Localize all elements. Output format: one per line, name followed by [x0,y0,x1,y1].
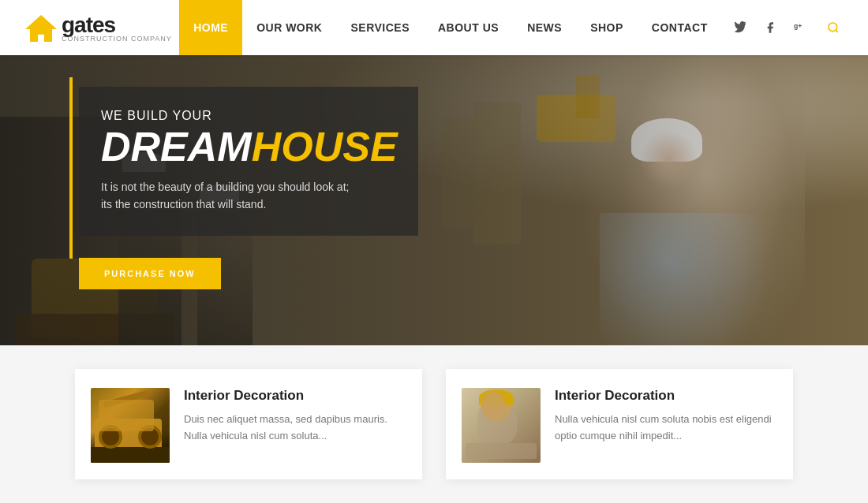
hero-title-yellow: HOUSE [252,124,398,170]
logo[interactable]: gates Construction Company [24,12,172,43]
header: gates Construction Company Home Our Work… [0,0,868,55]
svg-point-3 [829,23,837,32]
card-2-text: Nulla vehicula nisl cum soluta nobis est… [555,412,777,445]
googleplus-icon[interactable]: g+ [789,17,811,39]
hero-section: We Build Your DREAMHOUSE It is not the b… [0,55,868,353]
card-2-body: Interior Decoration Nulla vehicula nisl … [555,388,777,445]
hero-title-white: DREAM [101,124,252,170]
nav-our-work[interactable]: Our Work [242,0,336,55]
search-icon[interactable] [822,17,844,39]
hero-content: We Build Your DREAMHOUSE It is not the b… [79,87,418,289]
svg-text:g+: g+ [794,22,802,30]
nav-home[interactable]: Home [179,0,242,55]
hero-accent-border [69,77,73,259]
card-1-title: Interior Decoration [184,388,406,404]
hero-subtitle: It is not the beauty of a building you s… [101,178,390,214]
card-1: Interior Decoration Duis nec aliquet mas… [75,369,422,479]
svg-line-4 [836,30,838,32]
twitter-icon[interactable] [729,17,751,39]
card-1-body: Interior Decoration Duis nec aliquet mas… [184,388,406,445]
nav-shop[interactable]: Shop [576,0,638,55]
facebook-icon[interactable] [759,17,781,39]
card-2-image [462,388,541,463]
purchase-now-button[interactable]: PURCHASE NOW [79,258,221,289]
nav: Home Our Work Services About Us News Sho… [179,0,722,55]
nav-about-us[interactable]: About Us [424,0,513,55]
hero-small-title: We Build Your [101,109,390,123]
social-icons: g+ [729,17,844,39]
hero-text-box: We Build Your DREAMHOUSE It is not the b… [79,87,418,236]
nav-contact[interactable]: Contact [638,0,722,55]
card-2: Interior Decoration Nulla vehicula nisl … [446,369,793,479]
cards-section: Interior Decoration Duis nec aliquet mas… [0,345,868,503]
svg-marker-0 [25,15,57,42]
hero-main-title: DREAMHOUSE [101,126,390,167]
card-2-title: Interior Decoration [555,388,777,404]
card-1-text: Duis nec aliquet massa, sed dapibus maur… [184,412,406,445]
nav-news[interactable]: News [513,0,576,55]
logo-name: gates [62,13,115,37]
logo-icon [24,12,58,43]
nav-services[interactable]: Services [336,0,424,55]
card-1-image [91,388,170,463]
logo-sub: Construction Company [62,35,172,43]
